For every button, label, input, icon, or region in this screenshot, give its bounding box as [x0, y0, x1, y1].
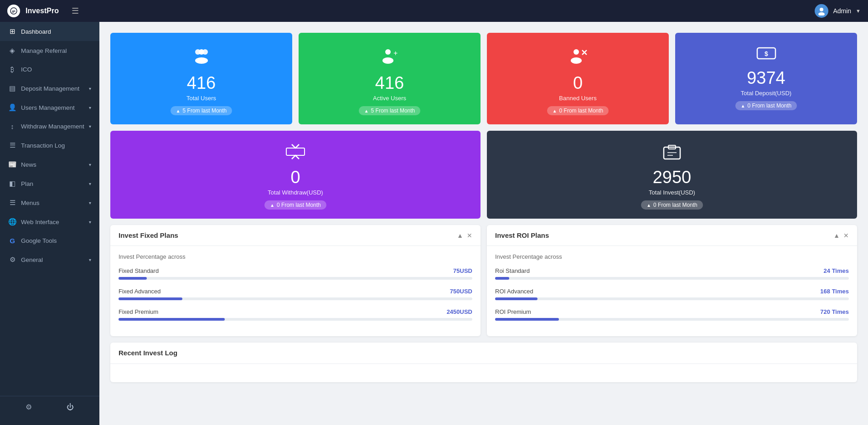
sidebar-label-google: Google Tools	[21, 237, 57, 244]
news-icon: 📰	[8, 160, 16, 169]
admin-caret[interactable]: ▼	[856, 8, 861, 14]
roi-premium-row: ROI Premium 720 Times	[495, 308, 849, 321]
sidebar-item-withdraw-management[interactable]: ↕ Withdraw Management ▾	[0, 117, 99, 136]
svg-text:✕: ✕	[581, 48, 588, 57]
sidebar-item-transaction-log[interactable]: ☰ Transaction Log	[0, 136, 99, 155]
active-users-label: Active Users	[373, 95, 406, 102]
fixed-advanced-value: 750USD	[450, 288, 472, 295]
invest-badge-arrow: ▲	[646, 203, 651, 208]
sidebar-label-dashboard: Dashboard	[21, 28, 51, 35]
hamburger-icon[interactable]: ☰	[72, 6, 79, 16]
users-icon: 👤	[8, 103, 16, 112]
total-users-label: Total Users	[186, 95, 216, 102]
recent-invest-log-title: Recent Invest Log	[119, 349, 177, 357]
total-users-icon	[191, 46, 212, 70]
menus-icon: ☰	[8, 199, 16, 207]
sidebar-item-users-management[interactable]: 👤 Users Management ▾	[0, 98, 99, 117]
fixed-premium-bar-bg	[119, 318, 472, 321]
fixed-plans-panel: Invest Fixed Plans ▲ ✕ Invest Percentage…	[110, 225, 480, 336]
deposit-icon: ▤	[8, 84, 16, 92]
roi-plans-controls: ▲ ✕	[833, 232, 849, 239]
fixed-advanced-label: Fixed Advanced	[119, 288, 161, 295]
fixed-standard-value: 75USD	[453, 267, 472, 274]
fixed-standard-row: Fixed Standard 75USD	[119, 267, 472, 280]
roi-plans-collapse-btn[interactable]: ▲	[833, 232, 840, 239]
sidebar-item-general[interactable]: ⚙ General ▾	[0, 250, 99, 269]
sidebar-item-menus[interactable]: ☰ Menus ▾	[0, 193, 99, 212]
admin-label[interactable]: Admin	[833, 7, 851, 15]
roi-advanced-value: 168 Times	[820, 288, 849, 295]
users-arrow: ▾	[89, 105, 91, 110]
stat-total-deposit: $ 9374 Total Deposit(USD) ▲ 0 From last …	[675, 33, 857, 124]
withdraw-stat-icon	[285, 143, 305, 164]
withdraw-icon: ↕	[8, 123, 16, 130]
admin-avatar	[815, 4, 828, 18]
fixed-premium-value: 2450USD	[447, 308, 472, 315]
fixed-standard-label: Fixed Standard	[119, 267, 159, 274]
total-invest-badge: ▲ 0 From last Month	[641, 200, 703, 210]
fixed-plans-collapse-btn[interactable]: ▲	[457, 232, 463, 239]
sidebar-item-web-interface[interactable]: 🌐 Web Interface ▾	[0, 212, 99, 231]
settings-icon[interactable]: ⚙	[26, 403, 32, 411]
sidebar-item-google-tools[interactable]: G Google Tools	[0, 231, 99, 250]
fixed-standard-bar-fill	[119, 277, 147, 280]
svg-text:+: +	[393, 49, 398, 57]
invest-badge-text: 0 From last Month	[653, 202, 698, 208]
recent-invest-log-header: Recent Invest Log	[110, 343, 857, 364]
google-icon: G	[8, 237, 16, 245]
sidebar-item-dashboard[interactable]: ⊞ Dashboard	[0, 22, 99, 41]
web-icon: 🌐	[8, 218, 16, 226]
banned-users-badge-text: 0 From last Month	[559, 108, 604, 114]
roi-plans-header: Invest ROI Plans ▲ ✕	[487, 225, 857, 246]
menus-arrow: ▾	[89, 200, 91, 205]
total-withdraw-badge: ▲ 0 From last Month	[264, 200, 326, 210]
sidebar: ⊞ Dashboard ◈ Manage Referral ₿ ICO ▤ De…	[0, 22, 99, 425]
sidebar-label-withdraw: Withdraw Management	[21, 123, 84, 130]
roi-premium-value: 720 Times	[820, 308, 849, 315]
roi-premium-bar-bg	[495, 318, 849, 321]
sidebar-item-manage-referral[interactable]: ◈ Manage Referral	[0, 41, 99, 60]
topnav: IP InvestPro ☰ Admin ▼	[0, 0, 868, 22]
stats-row-2: 0 Total Withdraw(USD) ▲ 0 From last Mont…	[110, 131, 857, 219]
total-deposit-badge: ▲ 0 From last Month	[735, 101, 797, 110]
roi-standard-bar-bg	[495, 277, 849, 280]
sidebar-label-ico: ICO	[21, 66, 32, 73]
sidebar-item-plan[interactable]: ◧ Plan ▾	[0, 174, 99, 193]
roi-plans-close-btn[interactable]: ✕	[843, 232, 849, 239]
total-users-badge-arrow: ▲	[176, 108, 181, 113]
deposit-badge-arrow: ▲	[741, 103, 745, 108]
sidebar-item-deposit-management[interactable]: ▤ Deposit Management ▾	[0, 79, 99, 98]
svg-point-8	[385, 49, 391, 55]
fixed-plans-controls: ▲ ✕	[457, 232, 472, 239]
power-icon[interactable]: ⏻	[67, 403, 74, 411]
sidebar-label-plan: Plan	[21, 180, 33, 187]
banned-users-number: 0	[573, 73, 583, 93]
sidebar-item-ico[interactable]: ₿ ICO	[0, 60, 99, 79]
svg-text:$: $	[765, 50, 768, 57]
fixed-plans-close-btn[interactable]: ✕	[467, 232, 472, 239]
roi-advanced-row: ROI Advanced 168 Times	[495, 288, 849, 300]
deposit-badge-text: 0 From last Month	[748, 102, 792, 109]
roi-standard-row: Roi Standard 24 Times	[495, 267, 849, 280]
stats-row-1: 416 Total Users ▲ 5 From last Month + 41…	[110, 33, 857, 124]
sidebar-label-deposit: Deposit Management	[21, 85, 79, 92]
total-deposit-label: Total Deposit(USD)	[741, 90, 791, 97]
total-users-badge: ▲ 5 From last Month	[170, 106, 232, 115]
sidebar-item-news[interactable]: 📰 News ▾	[0, 155, 99, 174]
dashboard-icon: ⊞	[8, 27, 16, 36]
fixed-premium-bar-fill	[119, 318, 225, 321]
sidebar-bottom: ⚙ ⏻	[0, 396, 99, 418]
plan-icon: ◧	[8, 179, 16, 188]
stat-banned-users: ✕ 0 Banned Users ▲ 0 From last Month	[487, 33, 669, 124]
svg-point-9	[382, 57, 393, 64]
fixed-plans-subtitle: Invest Percentage across	[119, 253, 472, 260]
banned-users-badge: ▲ 0 From last Month	[547, 106, 609, 115]
banned-users-icon: ✕	[568, 46, 588, 70]
sidebar-label-menus: Menus	[21, 200, 40, 206]
web-arrow: ▾	[89, 220, 91, 225]
roi-standard-bar-fill	[495, 277, 509, 280]
fixed-advanced-bar-fill	[119, 297, 182, 300]
deposit-arrow: ▾	[89, 86, 91, 91]
topnav-right: Admin ▼	[815, 4, 861, 18]
roi-advanced-bar-fill	[495, 297, 537, 300]
